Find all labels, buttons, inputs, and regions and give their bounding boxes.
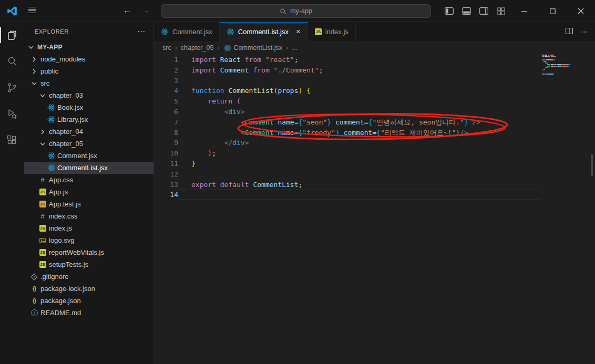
tree-item-library-jsx[interactable]: Library.jsx [24, 113, 153, 126]
editor-group: Comment.jsxCommentList.jsx×JSindex.js ⋯ … [154, 22, 595, 364]
tree-item-package-json[interactable]: {}package.json [24, 295, 153, 307]
tree-item-chapter-03[interactable]: chapter_03 [24, 89, 153, 101]
tab-comment-jsx[interactable]: Comment.jsx [154, 22, 220, 41]
toggle-secondary-sidebar-button[interactable] [475, 0, 493, 22]
tree-item-label: App.test.js [49, 200, 81, 208]
back-button[interactable]: ← [123, 5, 132, 16]
code-lines: 1import React from "react";2import Comme… [154, 55, 595, 200]
code-line-13[interactable]: 13export default CommentList; [154, 180, 595, 190]
tree-item-chapter-04[interactable]: chapter_04 [24, 126, 153, 138]
more-actions-icon[interactable]: ⋯ [137, 27, 145, 36]
tree-item-package-lock-json[interactable]: {}package-lock.json [24, 283, 153, 295]
scrollbar-thumb[interactable] [591, 154, 593, 176]
activity-bar-item-run-debug[interactable] [0, 101, 24, 127]
tree-item-index-js[interactable]: JSindex.js [24, 222, 153, 234]
activity-bar-item-source-control[interactable] [0, 75, 24, 101]
line-content: export default CommentList; [178, 180, 540, 190]
activity-bar [0, 22, 24, 364]
code-line-2[interactable]: 2import Comment from "./Comment"; [154, 65, 595, 76]
code-line-11[interactable]: 11} [154, 159, 595, 169]
maximize-button[interactable] [538, 0, 567, 22]
tree-item-gitignore[interactable]: .gitignore [24, 271, 153, 283]
activity-bar-item-extensions[interactable] [0, 127, 24, 153]
search-box[interactable]: my-app [161, 4, 431, 18]
breadcrumb-item-src[interactable]: src [162, 44, 171, 51]
customize-layout-button[interactable] [493, 0, 510, 22]
line-content: <Comment name={"seon"} comment={"안녕하세요, … [178, 117, 540, 128]
forward-button[interactable]: → [141, 5, 150, 16]
tree-item-index-css[interactable]: #index.css [24, 210, 153, 222]
code-line-5[interactable]: 5 return ( [154, 96, 595, 107]
tree-item-public[interactable]: public [24, 65, 153, 77]
tab-index-js[interactable]: JSindex.js [308, 22, 356, 41]
menu-icon[interactable] [28, 7, 36, 13]
tree-item-node-modules[interactable]: node_modules [24, 53, 153, 65]
line-content: </div> [178, 138, 540, 148]
tree-item-label: README.md [40, 309, 81, 317]
tree-item-label: CommentList.jsx [57, 164, 108, 172]
activity-bar-item-explorer[interactable] [0, 22, 24, 48]
tree-item-label: Comment.jsx [57, 152, 97, 160]
code-line-10[interactable]: 10 ); [154, 148, 595, 159]
css-icon: # [38, 176, 47, 184]
tab-label: CommentList.jsx [238, 28, 289, 36]
sidebar-explorer: EXPLORER ⋯ MY-APP node_modulespublicsrcc… [24, 22, 154, 364]
tree-item-book-jsx[interactable]: Book.jsx [24, 101, 153, 113]
code-line-8[interactable]: 8 <Comment name={"freedy"} comment={"리액트… [154, 128, 595, 138]
toggle-panel-button[interactable] [458, 0, 475, 22]
split-editor-icon[interactable] [565, 27, 573, 37]
tree-item-readme-md[interactable]: iREADME.md [24, 307, 153, 319]
close-icon[interactable]: × [296, 28, 301, 35]
search-text: my-app [290, 7, 312, 15]
line-content: function CommentList(props) { [178, 86, 540, 96]
tree-item-commentlist-jsx[interactable]: CommentList.jsx [24, 162, 153, 174]
tree-item-app-test-js[interactable]: JSApp.test.js [24, 198, 153, 210]
tree-item-chapter-05[interactable]: chapter_05 [24, 138, 153, 150]
code-line-7[interactable]: 7 <Comment name={"seon"} comment={"안녕하세요… [154, 117, 595, 128]
close-button[interactable] [567, 0, 595, 22]
tree-item-label: package.json [40, 297, 81, 305]
code-line-6[interactable]: 6 <div> [154, 107, 595, 117]
tab-bar: Comment.jsxCommentList.jsx×JSindex.js ⋯ [154, 22, 595, 41]
vscode-window: ← → my-app [0, 0, 595, 364]
breadcrumb-item-chapter-05[interactable]: chapter_05 [181, 44, 214, 51]
code-line-12[interactable]: 12 [154, 169, 595, 180]
line-content: <div> [178, 107, 540, 117]
tree-item-reportwebvitals-js[interactable]: JSreportWebVitals.js [24, 246, 153, 258]
breadcrumb: src›chapter_05›CommentList.jsx›... [154, 41, 595, 55]
tab-commentlist-jsx[interactable]: CommentList.jsx× [220, 22, 308, 41]
code-line-4[interactable]: 4function CommentList(props) { [154, 86, 595, 96]
tree-item-src[interactable]: src [24, 77, 153, 89]
tree-item-comment-jsx[interactable]: Comment.jsx [24, 150, 153, 162]
line-number: 2 [154, 65, 178, 76]
tree-item-label: Library.jsx [57, 116, 88, 123]
react-icon [46, 103, 56, 111]
code-line-3[interactable]: 3 [154, 76, 595, 86]
tree-item-setuptests-js[interactable]: JSsetupTests.js [24, 258, 153, 271]
code-line-14[interactable]: 14 [154, 190, 595, 200]
minimap[interactable] [542, 55, 582, 77]
line-content: return ( [178, 96, 540, 107]
breadcrumb-item-[interactable]: ... [292, 44, 297, 51]
activity-bar-item-search[interactable] [0, 48, 24, 75]
toggle-primary-sidebar-button[interactable] [440, 0, 458, 22]
tree-item-app-css[interactable]: #App.css [24, 174, 153, 186]
react-icon [46, 164, 56, 172]
tree-item-logo-svg[interactable]: logo.svg [24, 234, 153, 246]
breadcrumb-item-commentlist-jsx[interactable]: CommentList.jsx [223, 44, 282, 52]
editor-more-actions-icon[interactable]: ⋯ [581, 28, 588, 36]
minimize-button[interactable] [510, 0, 538, 22]
line-content: import Comment from "./Comment"; [178, 65, 540, 76]
code-line-9[interactable]: 9 </div> [154, 138, 595, 148]
tree-item-label: public [40, 67, 58, 75]
code-area[interactable]: 1import React from "react";2import Comme… [154, 55, 595, 364]
tree-root-my-app[interactable]: MY-APP [24, 41, 153, 53]
root-folder-label: MY-APP [37, 44, 63, 51]
breadcrumb-label: src [162, 44, 171, 51]
js-icon: JS [38, 261, 47, 268]
line-content [178, 76, 540, 86]
code-line-1[interactable]: 1import React from "react"; [154, 55, 595, 65]
breadcrumb-label: ... [292, 44, 297, 51]
vscode-logo-icon [7, 6, 17, 16]
tree-item-app-js[interactable]: JSApp.js [24, 186, 153, 198]
